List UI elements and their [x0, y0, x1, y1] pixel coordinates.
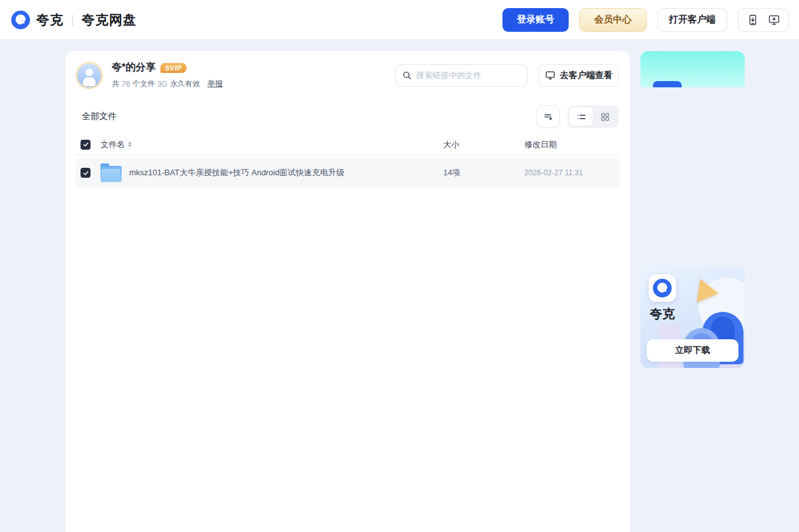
product-name: 夸克网盘 — [82, 11, 137, 29]
report-link[interactable]: 举报 — [207, 79, 222, 89]
quark-app-icon — [649, 274, 676, 302]
meta-unit: 个文件 — [132, 79, 155, 89]
folder-icon — [100, 163, 122, 182]
grid-view-button[interactable] — [593, 107, 617, 126]
view-in-client-button[interactable]: 去客户端查看 — [539, 64, 619, 87]
sort-arrows-icon — [128, 142, 132, 147]
share-title: 夸*的分享 — [112, 61, 155, 74]
column-name-label: 文件名 — [100, 139, 125, 150]
search-icon — [402, 70, 412, 80]
avatar — [76, 62, 103, 89]
download-apps-group — [738, 8, 789, 32]
download-card-app-name: 夸克 — [650, 306, 675, 322]
brand-logo-group[interactable]: 夸克 | 夸克网盘 — [11, 11, 137, 29]
header-actions: 登录账号 会员中心 打开客户端 — [502, 8, 789, 32]
checkmark-icon — [82, 141, 89, 148]
section-title: 全部文件 — [82, 111, 117, 122]
svip-badge: SVIP — [160, 63, 187, 73]
download-now-button[interactable]: 立即下载 — [647, 339, 738, 362]
brand-name: 夸克 — [36, 11, 64, 29]
file-modified-date: 2026-02-27 11:31 — [524, 168, 615, 177]
share-info: 夸*的分享 SVIP 共 76 个文件 3G 永久有效 举报 — [112, 61, 222, 89]
view-in-client-label: 去客户端查看 — [560, 70, 612, 81]
quark-logo-icon — [11, 11, 30, 29]
sort-button[interactable] — [536, 105, 560, 128]
select-all-checkbox[interactable] — [81, 140, 91, 150]
open-client-button[interactable]: 打开客户端 — [657, 8, 727, 32]
play-triangle-icon — [697, 279, 720, 305]
list-view-button[interactable] — [569, 107, 593, 126]
checkmark-icon — [82, 170, 89, 177]
share-validity: 永久有效 — [170, 79, 200, 89]
share-tools: 去客户端查看 — [395, 64, 619, 87]
sort-order-icon — [543, 112, 554, 122]
view-mode-toggle — [567, 105, 619, 128]
meta-prefix: 共 — [112, 79, 119, 89]
file-name[interactable]: mksz101-BAT大牛亲授技能+技巧 Android面试快速充电升级 — [129, 167, 443, 178]
brand-divider: | — [71, 13, 74, 26]
monitor-icon — [545, 70, 556, 80]
grid-view-icon — [600, 112, 610, 122]
column-header-name[interactable]: 文件名 — [100, 139, 443, 150]
share-size: 3G — [157, 80, 167, 89]
avatar-person-icon — [77, 64, 101, 87]
file-row[interactable]: mksz101-BAT大牛亲授技能+技巧 Android面试快速充电升级 14项… — [76, 158, 620, 188]
file-size: 14项 — [443, 167, 524, 178]
view-tools — [536, 105, 619, 128]
desktop-download-icon[interactable] — [768, 14, 780, 26]
app-download-card[interactable]: 夸克 立即下载 — [640, 266, 745, 368]
row-checkbox[interactable] — [81, 168, 91, 178]
login-button[interactable]: 登录账号 — [502, 8, 569, 32]
phone-download-icon[interactable] — [747, 14, 759, 26]
file-count: 76 — [122, 80, 130, 89]
promo-banner[interactable] — [640, 51, 745, 87]
share-header: 夸*的分享 SVIP 共 76 个文件 3G 永久有效 举报 — [66, 51, 630, 97]
column-header-modified[interactable]: 修改日期 — [524, 139, 615, 150]
file-section-header: 全部文件 — [66, 97, 630, 134]
right-rail: 夸克 立即下载 — [640, 51, 745, 87]
search-box[interactable] — [395, 64, 527, 87]
search-input[interactable] — [416, 70, 516, 80]
share-meta: 共 76 个文件 3G 永久有效 举报 — [112, 79, 222, 89]
list-view-icon — [576, 112, 587, 122]
promo-banner-graphic — [653, 81, 682, 87]
share-content-card: 夸*的分享 SVIP 共 76 个文件 3G 永久有效 举报 — [66, 51, 630, 532]
top-header: 夸克 | 夸克网盘 登录账号 会员中心 打开客户端 — [0, 0, 799, 40]
column-header-size[interactable]: 大小 — [443, 139, 524, 150]
file-table-header: 文件名 大小 修改日期 — [76, 134, 620, 155]
vip-center-button[interactable]: 会员中心 — [579, 8, 647, 32]
